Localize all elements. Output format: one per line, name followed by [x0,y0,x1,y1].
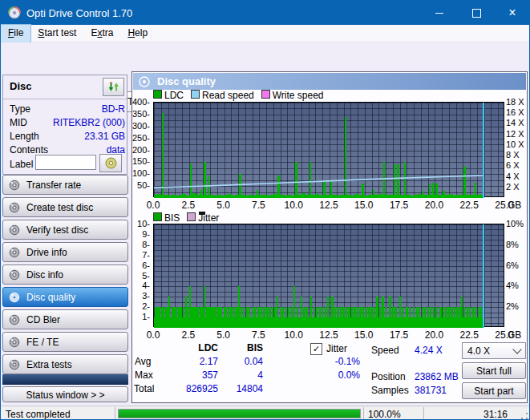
bis-legend: BISJitter [153,212,219,224]
start-part-button[interactable]: Start part [462,382,526,399]
axis-tick-label: 5.0 [208,200,240,211]
axis-tick-label: 10- [127,219,150,228]
maximize-icon [472,9,481,18]
axis-tick-label: 350- [127,109,150,119]
status-text: Test completed [6,409,71,420]
status-bar: Test completed 100.0% 31:16 [1,406,529,420]
close-button[interactable]: × [494,1,530,25]
sidebar-item-create-test-disc[interactable]: Create test disc [2,197,128,217]
status-window-button[interactable]: Status window > > [2,386,128,402]
total-ldc-value: 826925 [172,383,218,394]
axis-tick-label: 50- [127,180,150,190]
axis-tick-label: 8% [506,240,530,249]
samples-stat-label: Samples [371,385,409,396]
max-ldc-value: 357 [172,370,218,381]
disc-group-divider [3,99,128,99]
axis-tick-label: 400- [127,97,150,107]
disc-icon [9,224,20,236]
axis-tick-label: 4 X [506,172,530,181]
ldc-chart-plot [153,102,504,197]
position-stat-value: 23862 MB [415,371,459,382]
axis-tick-label: 8 X [506,150,530,160]
speed-stat-value: 4.24 X [415,345,443,356]
axis-tick-label: 18 X [506,97,530,107]
write-label-button[interactable] [99,154,122,172]
sidebar-item-label: Disc quality [26,292,75,303]
axis-tick-label: 10.0 [277,200,310,211]
axis-tick-label: 22.5 [453,200,485,211]
legend-item: Write speed [261,90,324,101]
axis-tick-label: 15.0 [348,200,380,211]
axis-tick-label: 12 X [506,129,530,139]
sidebar-item-transfer-rate[interactable]: Transfer rate [2,175,128,195]
axis-tick-label: 4- [127,281,150,290]
legend-swatch [261,90,270,99]
axis-tick-label: 250- [127,133,150,143]
axis-tick-label: 2% [506,301,530,311]
axis-tick-label: 17.5 [383,329,415,341]
axis-tick-label: 8- [127,240,150,249]
chevron-down-icon [512,345,521,353]
disc-row-label: MID [10,117,27,128]
minimize-button[interactable] [421,1,458,25]
disc-group-title: Disc [10,80,31,92]
start-full-button[interactable]: Start full [462,362,526,379]
sidebar-item-extra-tests[interactable]: Extra tests [2,354,128,374]
disc-info-group: Disc TypeBD-RMIDRITEKBR2 (000)Length23.3… [2,75,127,175]
legend-swatch [153,90,162,99]
max-bis-value: 4 [220,370,263,381]
ldc-legend: LDCRead speedWrite speed [153,90,324,101]
total-row-label: Total [134,383,154,394]
menu-bar: FileStart testExtraHelp [1,25,529,42]
label-input[interactable] [35,155,96,170]
progress-bar [118,409,361,418]
axis-tick-label: 2 X [506,182,530,192]
close-icon: × [508,6,516,20]
label-field-label: Label [10,159,33,170]
sidebar-item-label: Extra tests [26,359,72,370]
resize-grip[interactable] [520,412,528,420]
refresh-icon [107,81,120,93]
sidebar-item-label: Transfer rate [26,180,81,191]
total-bis-value: 14804 [220,383,263,394]
sidebar-item-disc-quality[interactable]: Disc quality [2,287,128,307]
disc-icon [9,202,20,213]
sidebar-item-drive-info[interactable]: Drive info [2,242,128,262]
disc-icon [9,292,20,303]
sidebar-item-cd-bler[interactable]: CD Bler [2,309,128,329]
disc-row-label: Type [10,103,30,115]
panel-title: Disc quality [157,75,216,87]
test-speed-select[interactable]: 4.0 X [462,342,526,359]
axis-tick-label: 7.5 [242,329,274,341]
bis-chart-plot [153,224,504,327]
panel-header: Disc quality [133,73,526,90]
axis-tick-label: 6- [127,260,150,270]
sidebar-item-fe-te[interactable]: FE / TE [2,332,128,352]
title-bar: Opti Drive Control 1.70 × [1,1,529,25]
legend-item: LDC [153,90,184,101]
axis-tick-label: 12.5 [313,200,345,211]
avg-jitter-value: -0.1% [314,356,360,367]
disc-row-value: 23.31 GB [35,131,125,142]
panel-disc-icon [139,76,150,87]
axis-tick-label: 3- [127,291,150,301]
legend-swatch [153,212,162,221]
minimize-icon [435,13,443,14]
axis-tick-label: 6% [506,260,530,270]
axis-tick-label: 20.0 [418,329,450,341]
disc-refresh-button[interactable] [103,78,124,96]
maximize-button[interactable] [458,1,495,25]
avg-bis-value: 0.04 [220,356,263,367]
disc-row-value: RITEKBR2 (000) [35,117,125,128]
jitter-range-mark [199,212,205,215]
axis-tick-label: 16 X [506,107,530,117]
sidebar-item-verify-test-disc[interactable]: Verify test disc [2,220,128,240]
axis-tick-label: 20.0 [418,200,450,211]
disc-icon [105,157,117,169]
axis-tick-label: 14 X [506,118,530,127]
sidebar-item-disc-info[interactable]: Disc info [2,265,128,285]
sidebar-item-label: CD Bler [26,314,60,325]
status-separator-2 [363,407,364,420]
jitter-checkbox[interactable]: ✓ [310,343,322,355]
axis-tick-label: 0.0 [137,200,169,211]
